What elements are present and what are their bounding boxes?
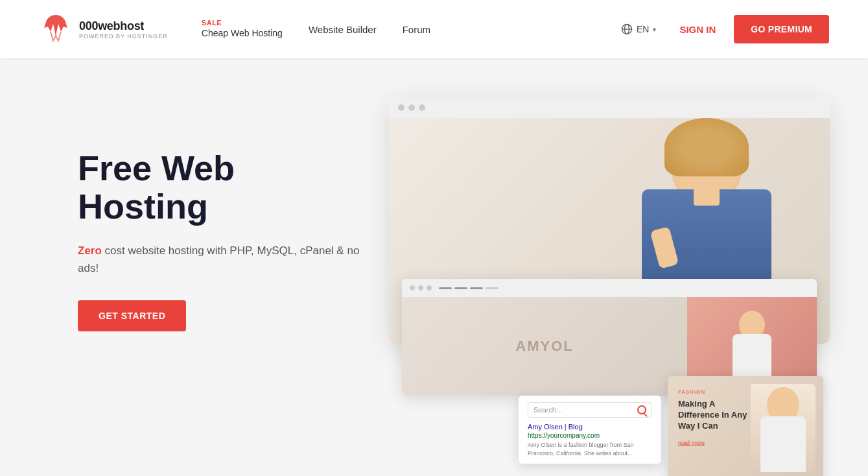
nav-website-builder[interactable]: Website Builder (296, 19, 390, 40)
globe-icon (621, 23, 633, 35)
logo-text: 000webhost POWERED BY HOSTINGER (79, 19, 168, 40)
search-result: Amy Olsen | Blog https://yourcompany.com… (528, 423, 652, 457)
search-mockup: Search... Amy Olsen | Blog https://yourc… (519, 396, 661, 464)
navbar: 000webhost POWERED BY HOSTINGER SALE Che… (0, 0, 868, 58)
dash-4 (486, 287, 499, 289)
dash-1 (439, 287, 452, 289)
dash-3 (470, 287, 483, 289)
get-started-button[interactable]: GET STARTED (78, 300, 186, 331)
browser-titlebar-2 (402, 279, 817, 297)
window-dot2-3 (427, 285, 432, 291)
logo[interactable]: 000webhost POWERED BY HOSTINGER (39, 12, 168, 46)
nav-right: EN ▾ SIGN IN GO PREMIUM (616, 15, 829, 43)
blog-read-more[interactable]: read more (678, 440, 705, 446)
hero-description: Zero cost website hosting with PHP, MySQ… (78, 242, 363, 277)
result-desc: Amy Olsen is a fashion blogger from San … (528, 441, 652, 457)
hero-right: AMYOL Search... Amy Olsen | Blog http (389, 97, 829, 422)
hero-title: Free Web Hosting (78, 149, 363, 226)
signin-button[interactable]: SIGN IN (672, 19, 723, 40)
hero-left: Free Web Hosting Zero cost website hosti… (78, 97, 363, 331)
nav-forum[interactable]: Forum (390, 19, 443, 40)
blog-tag: FASHION (678, 389, 748, 395)
hero-section: Free Web Hosting Zero cost website hosti… (0, 58, 868, 476)
amy-brand-text: AMYOL (515, 338, 573, 355)
premium-button[interactable]: GO PREMIUM (734, 15, 829, 43)
search-bar: Search... (528, 402, 652, 418)
mockup2-left: AMYOL (402, 297, 687, 396)
result-title: Amy Olsen | Blog (528, 423, 652, 431)
browser-titlebar (389, 97, 830, 118)
logo-name: 000webhost (79, 19, 168, 33)
window-dot-2 (408, 104, 415, 111)
nav-sale-text: Cheap Web Hosting (202, 27, 283, 40)
nav-sale-label: SALE (202, 19, 283, 27)
search-icon (637, 405, 646, 414)
result-url: https://yourcompany.com (528, 432, 652, 439)
window-dot2-1 (410, 285, 415, 291)
window-dot2-2 (418, 285, 423, 291)
window-dot-1 (398, 104, 405, 111)
nav-sale[interactable]: SALE Cheap Web Hosting (189, 14, 296, 45)
language-selector[interactable]: EN ▾ (616, 19, 661, 39)
window-dot-3 (419, 104, 425, 111)
nav-links: SALE Cheap Web Hosting Website Builder F… (189, 14, 616, 45)
logo-icon (39, 12, 73, 46)
hero-desc-rest: cost website hosting with PHP, MySQL, cP… (78, 244, 359, 274)
dash-2 (454, 287, 467, 289)
blog-card: FASHION Making A Difference In Any Way I… (668, 376, 823, 476)
search-placeholder: Search... (534, 406, 633, 414)
lang-label: EN (637, 24, 649, 34)
logo-sub: POWERED BY HOSTINGER (79, 33, 168, 40)
hero-zero: Zero (78, 244, 102, 257)
chevron-down-icon: ▾ (653, 26, 656, 33)
blog-title: Making A Difference In Any Way I Can (678, 399, 748, 432)
